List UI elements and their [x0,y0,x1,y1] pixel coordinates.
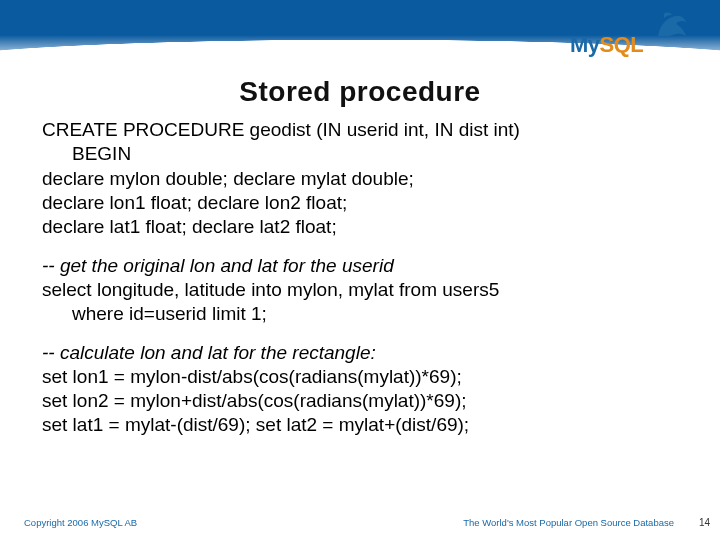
footer-copyright: Copyright 2006 MySQL AB [24,517,137,528]
code-line: declare mylon double; declare mylat doub… [42,167,690,191]
code-line: BEGIN [42,142,690,166]
slide-title: Stored procedure [0,76,720,108]
code-line: declare lon1 float; declare lon2 float; [42,191,690,215]
page-number: 14 [699,517,710,528]
code-block-2: -- get the original lon and lat for the … [42,254,690,327]
dolphin-icon [654,6,690,42]
logo-sql: SQL [600,32,644,57]
code-block-3: -- calculate lon and lat for the rectang… [42,341,690,438]
code-line: where id=userid limit 1; [42,302,690,326]
code-block-1: CREATE PROCEDURE geodist (IN userid int,… [42,118,690,240]
code-line: set lat1 = mylat-(dist/69); set lat2 = m… [42,413,690,437]
code-line: set lon1 = mylon-dist/abs(cos(radians(my… [42,365,690,389]
code-comment: -- calculate lon and lat for the rectang… [42,341,690,365]
code-line: select longitude, latitude into mylon, m… [42,278,690,302]
code-line: set lon2 = mylon+dist/abs(cos(radians(my… [42,389,690,413]
footer-tagline: The World's Most Popular Open Source Dat… [463,517,674,528]
code-comment: -- get the original lon and lat for the … [42,254,690,278]
code-line: CREATE PROCEDURE geodist (IN userid int,… [42,118,690,142]
logo-text: MySQL [570,32,643,58]
code-line: declare lat1 float; declare lat2 float; [42,215,690,239]
slide-content: CREATE PROCEDURE geodist (IN userid int,… [42,118,690,452]
mysql-logo: MySQL [570,10,690,58]
logo-my: My [570,32,600,57]
